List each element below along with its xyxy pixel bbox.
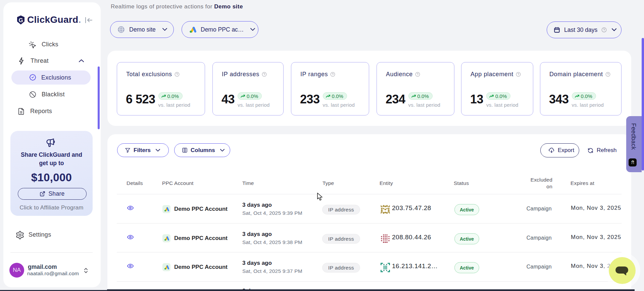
svg-text:G: G xyxy=(18,17,23,23)
